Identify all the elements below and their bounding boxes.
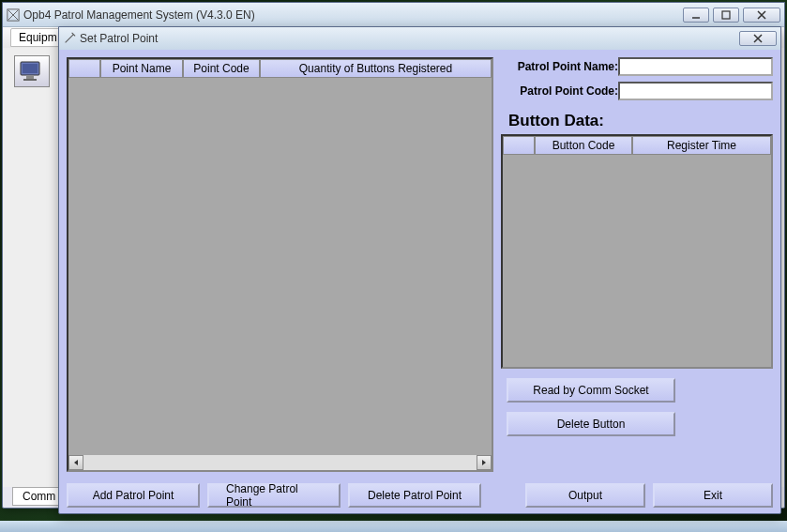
- button-grid-col-code[interactable]: Button Code: [535, 136, 632, 155]
- grid-col-point-code[interactable]: Point Code: [183, 59, 260, 78]
- add-patrol-point-button[interactable]: Add Patrol Point: [67, 483, 200, 508]
- delete-button-button[interactable]: Delete Button: [507, 412, 675, 436]
- scroll-right-button[interactable]: [477, 455, 492, 470]
- patrol-point-code-input[interactable]: [618, 82, 773, 100]
- patrol-point-grid-body[interactable]: [68, 78, 492, 455]
- menu-equipment[interactable]: Equipm: [10, 28, 66, 47]
- button-data-title: Button Data:: [508, 112, 773, 130]
- detail-panel: Patrol Point Name: Patrol Point Code: Bu…: [501, 57, 773, 472]
- patrol-point-grid-header: Point Name Point Code Quantity of Button…: [68, 59, 492, 78]
- grid-col-qty[interactable]: Quantity of Buttons Registered: [260, 59, 492, 78]
- dialog-titlebar[interactable]: Set Patrol Point: [59, 27, 780, 50]
- grid-hscrollbar[interactable]: [68, 455, 492, 470]
- change-patrol-point-button[interactable]: Change Patrol Point: [207, 483, 341, 508]
- main-window-title: Opb4 Patrol Management System (V4.3.0 EN…: [23, 8, 683, 22]
- scroll-left-button[interactable]: [68, 455, 83, 470]
- output-button[interactable]: Output: [525, 483, 645, 508]
- svg-rect-6: [23, 79, 37, 81]
- grid-col-point-name[interactable]: Point Name: [100, 59, 183, 78]
- set-patrol-point-dialog: Set Patrol Point Point Name Point Code Q…: [58, 26, 781, 514]
- delete-patrol-point-button[interactable]: Delete Patrol Point: [348, 483, 481, 508]
- svg-rect-4: [23, 64, 38, 73]
- read-by-comm-socket-button[interactable]: Read by Comm Socket: [507, 378, 675, 403]
- taskbar: [0, 521, 787, 532]
- dialog-title: Set Patrol Point: [80, 32, 739, 45]
- app-icon: [7, 8, 20, 22]
- dialog-bottom-bar: Add Patrol Point Change Patrol Point Del…: [59, 479, 780, 513]
- button-grid-col-blank[interactable]: [503, 136, 535, 155]
- button-data-grid[interactable]: Button Code Register Time: [501, 134, 773, 369]
- patrol-point-panel: Point Name Point Code Quantity of Button…: [67, 57, 493, 472]
- exit-button[interactable]: Exit: [653, 483, 773, 508]
- svg-rect-2: [722, 11, 730, 19]
- toolbar-comm-icon[interactable]: [14, 55, 50, 87]
- svg-rect-5: [26, 76, 34, 79]
- button-grid-col-time[interactable]: Register Time: [632, 136, 771, 155]
- close-button[interactable]: [743, 8, 780, 23]
- patrol-point-name-label: Patrol Point Name:: [501, 60, 618, 73]
- dialog-close-button[interactable]: [739, 31, 777, 46]
- grid-col-blank[interactable]: [68, 59, 100, 78]
- patrol-point-name-input[interactable]: [618, 57, 773, 76]
- dialog-icon: [63, 32, 76, 45]
- patrol-point-code-label: Patrol Point Code:: [501, 84, 618, 98]
- button-data-grid-header: Button Code Register Time: [503, 136, 771, 155]
- maximize-button[interactable]: [713, 8, 739, 23]
- minimize-button[interactable]: [683, 8, 709, 23]
- patrol-point-grid[interactable]: Point Name Point Code Quantity of Button…: [67, 57, 493, 472]
- scroll-track[interactable]: [83, 455, 477, 470]
- main-window-titlebar[interactable]: Opb4 Patrol Management System (V4.3.0 EN…: [3, 3, 784, 27]
